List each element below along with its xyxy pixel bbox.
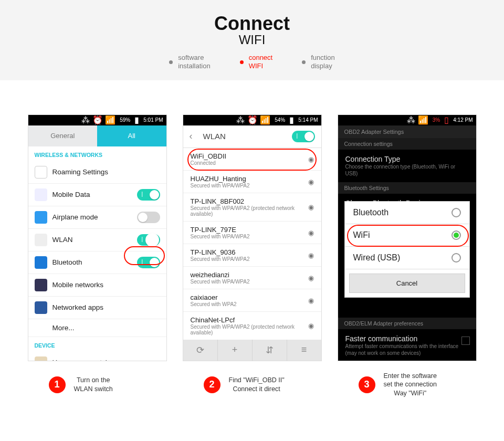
nav-step-0[interactable]: software installation <box>169 54 210 71</box>
toggle-switch[interactable] <box>137 234 160 246</box>
connection-type-row[interactable]: Connection Type Choose the connection ty… <box>338 150 476 182</box>
radio-icon[interactable] <box>452 208 461 217</box>
settings-row[interactable]: Roaming Settings <box>28 161 166 184</box>
settings-row[interactable]: More... <box>28 319 166 337</box>
row-label: Mobile Data <box>52 191 137 198</box>
row-label: Bluetooth <box>52 258 137 266</box>
settings-row[interactable]: Networked apps <box>28 297 166 319</box>
wifi-signal-icon: ◉ <box>308 274 314 281</box>
obd-settings-header: OBD2 Adapter Settings <box>338 125 476 138</box>
row-icon <box>35 256 47 269</box>
header-title-2: WIFI <box>0 33 504 47</box>
back-icon[interactable]: ‹ <box>190 131 199 142</box>
settings-row[interactable]: Airplane mode <box>28 206 166 229</box>
header-nav: software installationconnect WIFIfunctio… <box>0 54 504 71</box>
phone-1-frame: ⁂ ⏰ 📶 59% ▮ 5:01 PM General All WIRELESS… <box>28 114 167 361</box>
wifi-network-row[interactable]: TP-LINK_9036Secured with WPA/WPA2◉ <box>183 244 321 267</box>
status-icons: ⁂ ⏰ 📶 <box>81 115 116 125</box>
tab-all[interactable]: All <box>97 125 166 146</box>
battery-icon: ▮ <box>134 115 139 125</box>
nav-label: connect WIFI <box>249 54 273 71</box>
wifi-option-highlight-circle <box>347 225 469 247</box>
caption-step: 2Find "WiFi_OBD II" Connect it direct <box>183 372 322 398</box>
toggle-switch[interactable] <box>137 189 160 201</box>
section-header: DEVICE <box>28 337 166 352</box>
refresh-icon[interactable]: ⟳ <box>183 340 218 361</box>
row-label: More... <box>52 324 160 332</box>
step-caption: Enter the software set the connection Wa… <box>384 372 437 398</box>
wifi-status: Secured with WPA/WPA2 (protected network… <box>191 324 314 335</box>
faster-comm-row[interactable]: Faster communication Attempt faster comm… <box>338 329 476 361</box>
row-icon <box>35 188 47 201</box>
page-header: Connect WIFI software installationconnec… <box>0 0 504 80</box>
settings-row[interactable]: Home screen style <box>28 352 166 361</box>
adapter-prefs-header: OBD2/ELM Adapter preferences <box>338 318 476 329</box>
section-header: WIRELESS & NETWORKS <box>28 146 166 161</box>
row-label: Mobile networks <box>52 281 160 289</box>
settings-row[interactable]: Mobile networks <box>28 274 166 297</box>
option-label: Wired (USB) <box>353 253 401 262</box>
connection-type-sub: Choose the connection type (Bluetooth, W… <box>345 163 469 177</box>
settings-row[interactable]: Mobile Data <box>28 184 166 206</box>
row-icon <box>35 301 47 314</box>
wlan-highlight-circle <box>124 246 165 265</box>
wifi-bottom-bar: ⟳ + ⇵ ≡ <box>183 340 321 361</box>
add-icon[interactable]: + <box>218 340 253 361</box>
step-number-badge: 3 <box>359 376 375 393</box>
obd-highlight-circle <box>187 149 317 171</box>
connection-option[interactable]: Wired (USB) <box>345 247 469 269</box>
wifi-status: Secured with WPA/WPA2 <box>191 234 314 239</box>
wifi-name: TP-LINK_8BF002 <box>191 197 314 205</box>
status-bar: ⁂ 📶 3% ▯ 4:12 PM <box>338 115 476 125</box>
connection-type-title: Connection Type <box>345 155 469 163</box>
connection-option[interactable]: Bluetooth <box>345 202 469 224</box>
row-icon <box>35 166 47 178</box>
nav-step-2[interactable]: function display <box>302 54 335 71</box>
nav-label: function display <box>311 54 335 71</box>
wifi-network-row[interactable]: ChinaNet-LPcfSecured with WPA/WPA2 (prot… <box>183 312 321 340</box>
wifi-network-row[interactable]: TP-LINK_8BF002Secured with WPA/WPA2 (pro… <box>183 193 321 222</box>
row-label: Home screen style <box>52 359 160 361</box>
nav-label: software installation <box>178 54 210 71</box>
step-number-badge: 1 <box>49 376 66 393</box>
status-bar: ⁂ ⏰ 📶 54% ▮ 5:14 PM <box>183 115 321 125</box>
phone-1: ⁂ ⏰ 📶 59% ▮ 5:01 PM General All WIRELESS… <box>28 114 167 361</box>
row-label: WLAN <box>52 236 137 244</box>
step-number-badge: 2 <box>204 376 220 393</box>
wifi-status: Secured with WPA/WPA2 <box>191 279 314 285</box>
wifi-direct-icon[interactable]: ⇵ <box>253 340 287 361</box>
wifi-signal-icon: ◉ <box>308 228 314 236</box>
toggle-switch[interactable] <box>137 212 160 223</box>
bluetooth-settings-header: Bluetooth Settings <box>338 182 476 194</box>
wifi-network-row[interactable]: caixiaoerSecured with WPA2◉ <box>183 289 321 312</box>
wifi-signal-icon: ◉ <box>308 322 314 330</box>
nav-step-1[interactable]: connect WIFI <box>240 54 273 71</box>
row-label: Networked apps <box>52 303 160 311</box>
status-icons: ⁂ ⏰ 📶 <box>236 115 270 125</box>
wifi-network-row[interactable]: TP-LINK_797ESecured with WPA/WPA2◉ <box>183 222 321 244</box>
phone-3-frame: ⁂ 📶 3% ▯ 4:12 PM OBD2 Adapter Settings C… <box>338 114 477 361</box>
option-label: Bluetooth <box>353 208 389 217</box>
clock: 5:14 PM <box>298 117 318 123</box>
screenshots-row: ⁂ ⏰ 📶 59% ▮ 5:01 PM General All WIRELESS… <box>0 114 504 361</box>
menu-icon[interactable]: ≡ <box>287 340 321 361</box>
wifi-name: TP-LINK_797E <box>191 226 314 234</box>
wlan-header: ‹ WLAN <box>183 125 321 148</box>
status-bar: ⁂ ⏰ 📶 59% ▮ 5:01 PM <box>28 115 166 125</box>
wifi-name: weizhedianzi <box>191 271 314 279</box>
checkbox-icon[interactable] <box>461 337 470 345</box>
phone-2-frame: ⁂ ⏰ 📶 54% ▮ 5:14 PM ‹ WLAN WiFi_OBDIICon… <box>183 114 322 361</box>
row-label: Airplane mode <box>52 213 137 221</box>
wifi-list: WiFi_OBDIIConnected◉HUAZHU_HantingSecure… <box>183 148 321 340</box>
wifi-status: Secured with WPA2 <box>191 301 314 307</box>
battery-icon: ▯ <box>444 115 449 125</box>
wifi-network-row[interactable]: HUAZHU_HantingSecured with WPA/WPA2◉ <box>183 171 321 193</box>
radio-icon[interactable] <box>452 253 461 262</box>
cancel-button[interactable]: Cancel <box>349 274 465 293</box>
settings-tabs: General All <box>28 125 166 146</box>
tab-general[interactable]: General <box>28 125 98 146</box>
faster-comm-sub: Attempt faster communications with the i… <box>345 343 469 356</box>
wifi-status: Secured with WPA/WPA2 (protected network… <box>191 205 314 217</box>
wlan-toggle[interactable] <box>292 131 315 142</box>
wifi-network-row[interactable]: weizhedianziSecured with WPA/WPA2◉ <box>183 267 321 289</box>
